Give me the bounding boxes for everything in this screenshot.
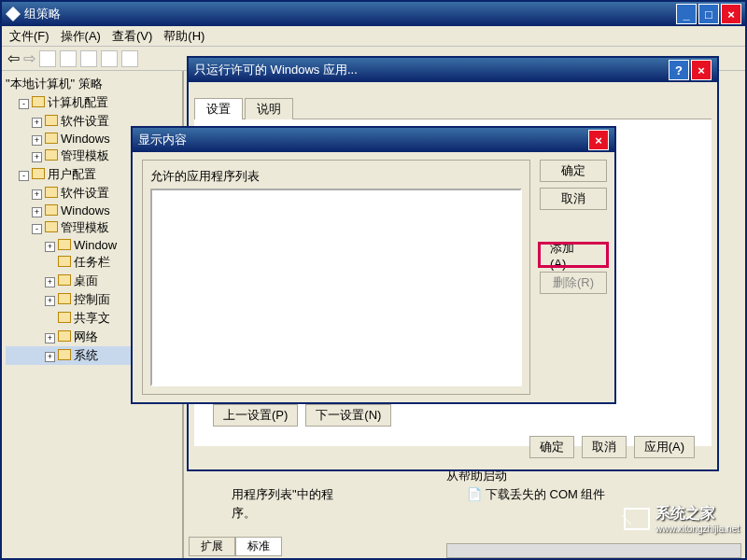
link-download-com[interactable]: 📄 下载丢失的 COM 组件 xyxy=(467,487,605,501)
menu-action[interactable]: 操作(A) xyxy=(61,28,101,45)
back-button[interactable]: ⇦ xyxy=(7,49,20,67)
show-contents-dialog: 显示内容 × 允许的应用程序列表 确定 取消 添加(A)... 删除(R) xyxy=(131,126,616,404)
props-help-button[interactable]: ? xyxy=(669,60,689,80)
allowed-apps-group: 允许的应用程序列表 xyxy=(142,160,530,395)
tree-computer-config[interactable]: -计算机配置 xyxy=(6,93,178,112)
showc-close-button[interactable]: × xyxy=(588,130,609,150)
menu-view[interactable]: 查看(V) xyxy=(112,28,152,45)
props-icon[interactable] xyxy=(101,50,118,67)
watermark: 系统之家 www.xitongzhijia.net xyxy=(624,504,740,534)
showc-cancel-button[interactable]: 取消 xyxy=(540,188,607,210)
main-title: 组策略 xyxy=(24,6,61,22)
right-pane-text2: 用程序列表"中的程 📄 下载丢失的 COM 组件 序。 xyxy=(232,485,680,522)
props-close-button[interactable]: × xyxy=(691,60,712,80)
bottom-tabs: 扩展 标准 xyxy=(189,537,282,556)
props-apply-button[interactable]: 应用(A) xyxy=(634,436,695,458)
main-titlebar[interactable]: 组策略 _ □ × xyxy=(2,2,745,26)
props-tabs: 设置 说明 xyxy=(194,86,712,119)
tree-root[interactable]: "本地计算机" 策略 xyxy=(6,75,178,93)
maximize-button[interactable]: □ xyxy=(698,4,719,24)
add-button[interactable]: 添加(A)... xyxy=(540,244,607,266)
tab-explain[interactable]: 说明 xyxy=(245,98,293,119)
props-cancel-button[interactable]: 取消 xyxy=(582,436,627,458)
props-ok-button[interactable]: 确定 xyxy=(529,436,574,458)
menu-file[interactable]: 文件(F) xyxy=(9,28,49,45)
showc-titlebar[interactable]: 显示内容 × xyxy=(133,128,614,152)
prev-setting-button[interactable]: 上一设置(P) xyxy=(213,404,298,427)
remove-button: 删除(R) xyxy=(540,272,607,294)
up-icon[interactable] xyxy=(39,50,56,67)
showc-title: 显示内容 xyxy=(138,132,187,148)
menubar: 文件(F) 操作(A) 查看(V) 帮助(H) xyxy=(2,26,745,47)
tab-settings[interactable]: 设置 xyxy=(194,98,243,119)
tab-standard[interactable]: 标准 xyxy=(235,537,282,556)
props-title: 只运行许可的 Windows 应用... xyxy=(194,62,358,78)
menu-help[interactable]: 帮助(H) xyxy=(163,28,204,45)
showc-ok-button[interactable]: 确定 xyxy=(540,160,607,182)
allowed-apps-listbox[interactable] xyxy=(150,189,522,386)
watermark-icon xyxy=(624,508,650,530)
tab-extended[interactable]: 扩展 xyxy=(189,537,235,556)
allowed-apps-label: 允许的应用程序列表 xyxy=(150,168,522,185)
close-button[interactable]: × xyxy=(721,4,741,24)
props-titlebar[interactable]: 只运行许可的 Windows 应用... ? × xyxy=(189,58,717,82)
forward-button[interactable]: ⇨ xyxy=(23,49,35,67)
help-icon[interactable] xyxy=(121,50,138,67)
paste-icon[interactable] xyxy=(60,50,77,67)
minimize-button[interactable]: _ xyxy=(676,4,697,24)
next-setting-button[interactable]: 下一设置(N) xyxy=(305,404,391,427)
hscrollbar[interactable] xyxy=(446,543,741,558)
copy-icon[interactable] xyxy=(80,50,97,67)
gpedit-icon xyxy=(6,7,21,21)
